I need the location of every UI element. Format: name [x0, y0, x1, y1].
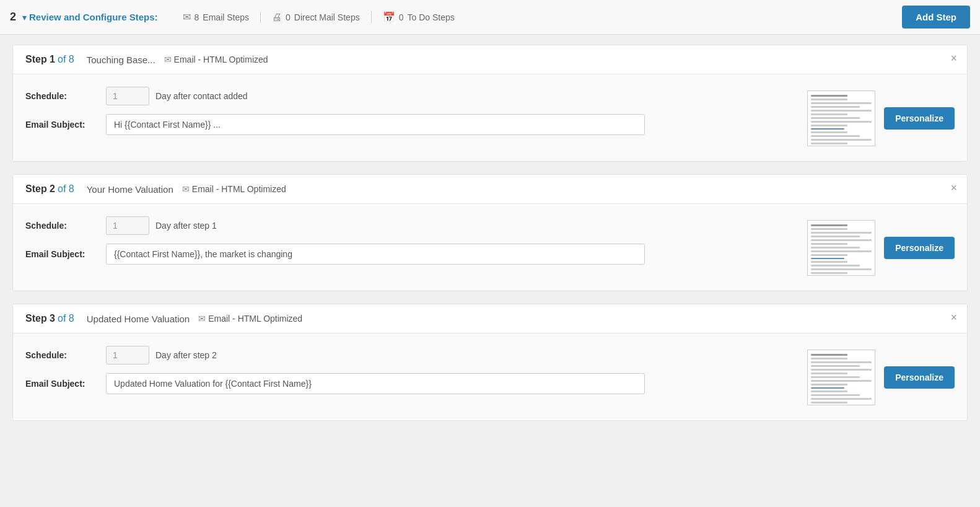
preview-line [811, 384, 847, 386]
add-step-button[interactable]: Add Step [902, 6, 970, 29]
email-icon: ✉ [183, 11, 191, 23]
step-1-body-inner: Schedule: Day after contact added Email … [25, 87, 955, 146]
email-subject-input-2[interactable] [106, 244, 645, 265]
preview-line [811, 113, 847, 115]
step-2-name: Your Home Valuation [87, 184, 173, 195]
schedule-input-2[interactable] [106, 216, 149, 235]
preview-line [811, 125, 847, 126]
email-subject-label-3: Email Subject: [25, 379, 106, 389]
schedule-input-3[interactable] [106, 346, 149, 364]
email-subject-label-1: Email Subject: [25, 120, 106, 130]
preview-line [811, 361, 872, 363]
step-3-close-button[interactable]: × [950, 312, 957, 323]
preview-line [811, 373, 847, 374]
direct-mail-steps-stat: 🖨 0 Direct Mail Steps [260, 12, 371, 23]
preview-line [811, 369, 872, 371]
schedule-input-1[interactable] [106, 87, 149, 105]
step-2-schedule-row: Schedule: Day after step 1 [25, 216, 795, 235]
step-2-subject-row: Email Subject: [25, 244, 795, 265]
section-title: Review and Configure Steps: [29, 12, 158, 22]
preview-line [811, 398, 872, 400]
step-1-number: Step 1 [25, 54, 55, 65]
step-1-name: Touching Base... [87, 55, 155, 65]
direct-mail-icon: 🖨 [272, 12, 282, 23]
schedule-label-2: Schedule: [25, 221, 106, 231]
todo-steps-stat: 📅 0 To Do Steps [371, 11, 466, 23]
email-subject-input-3[interactable] [106, 373, 645, 394]
personalize-button-3[interactable]: Personalize [884, 366, 955, 389]
step-3-body-inner: Schedule: Day after step 2 Email Subject… [25, 346, 955, 405]
step-1-email-preview [807, 90, 875, 146]
personalize-button-2[interactable]: Personalize [884, 237, 955, 259]
step-2-body: Schedule: Day after step 1 Email Subject… [13, 204, 967, 291]
preview-line [811, 268, 872, 270]
preview-line [811, 272, 847, 274]
step-1-of: of 8 [58, 54, 74, 65]
step-card-3: Step 3 of 8 Updated Home Valuation ✉ Ema… [12, 304, 968, 421]
preview-line [811, 358, 847, 359]
header-bar: 2 ▾ Review and Configure Steps: ✉ 8 Emai… [0, 0, 980, 35]
preview-line [811, 232, 872, 234]
step-1-fields: Schedule: Day after contact added Email … [25, 87, 795, 135]
step-3-name: Updated Home Valuation [87, 314, 190, 324]
step-2-header: Step 2 of 8 Your Home Valuation ✉ Email … [13, 175, 967, 204]
preview-line [811, 135, 859, 137]
schedule-text-2: Day after step 1 [155, 221, 217, 231]
step-3-number: Step 3 [25, 313, 55, 324]
schedule-text-1: Day after contact added [155, 91, 248, 101]
step-card-2: Step 2 of 8 Your Home Valuation ✉ Email … [12, 174, 968, 291]
step-1-schedule-row: Schedule: Day after contact added [25, 87, 795, 105]
preview-line [811, 110, 872, 112]
preview-line [811, 390, 847, 392]
step-1-subject-row: Email Subject: [25, 114, 795, 135]
preview-line [811, 121, 872, 123]
step-2-email-preview [807, 220, 875, 276]
schedule-text-3: Day after step 2 [155, 350, 217, 360]
preview-line [811, 106, 859, 108]
direct-mail-label: Direct Mail Steps [294, 12, 360, 22]
preview-line [811, 228, 847, 230]
step-3-type-icon: ✉ [198, 314, 206, 324]
schedule-label-3: Schedule: [25, 350, 106, 360]
preview-line [811, 128, 844, 130]
preview-line [811, 250, 872, 252]
preview-line [811, 236, 859, 237]
preview-line [811, 131, 847, 133]
preview-line [811, 261, 847, 263]
personalize-button-1[interactable]: Personalize [884, 107, 955, 130]
step-2-type: Email - HTML Optimized [192, 184, 286, 194]
step-1-body: Schedule: Day after contact added Email … [13, 74, 967, 161]
preview-line [811, 394, 859, 396]
email-steps-label: Email Steps [203, 12, 249, 22]
collapse-button[interactable]: ▾ Review and Configure Steps: [22, 12, 169, 22]
preview-line [811, 139, 872, 141]
preview-line [811, 224, 847, 226]
step-2-number: Step 2 [25, 183, 55, 195]
section-number: 2 [10, 11, 16, 24]
email-subject-input-1[interactable] [106, 114, 645, 135]
schedule-label-1: Schedule: [25, 91, 106, 101]
main-content: Step 1 of 8 Touching Base... ✉ Email - H… [0, 35, 980, 431]
todo-label: To Do Steps [407, 12, 454, 22]
todo-count: 0 [399, 12, 404, 22]
email-steps-count: 8 [195, 12, 199, 22]
preview-line [811, 387, 844, 389]
step-2-fields: Schedule: Day after step 1 Email Subject… [25, 216, 795, 265]
step-1-type: Email - HTML Optimized [174, 55, 268, 64]
preview-line [811, 380, 872, 382]
step-1-close-button[interactable]: × [950, 53, 957, 64]
step-2-right: Personalize [807, 216, 955, 276]
preview-lines-3 [808, 350, 875, 405]
preview-line [811, 365, 859, 367]
email-subject-label-2: Email Subject: [25, 249, 106, 259]
step-2-close-button[interactable]: × [950, 182, 957, 193]
preview-line [811, 354, 847, 356]
preview-line [811, 402, 847, 403]
step-card-1: Step 1 of 8 Touching Base... ✉ Email - H… [12, 45, 968, 162]
step-3-email-preview [807, 350, 875, 405]
step-2-of: of 8 [58, 183, 74, 195]
step-3-subject-row: Email Subject: [25, 373, 795, 394]
preview-line [811, 95, 847, 97]
step-3-of: of 8 [58, 313, 74, 324]
preview-line [811, 143, 847, 144]
